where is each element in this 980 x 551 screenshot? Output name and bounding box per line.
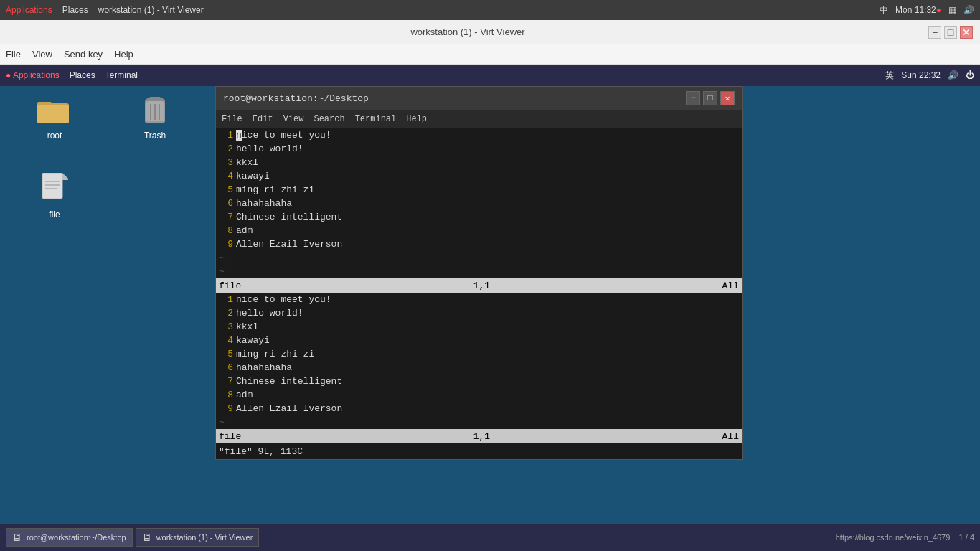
line-number: 5: [216, 183, 236, 197]
virt-titlebar: workstation (1) - Virt Viewer − □ ✕: [0, 20, 980, 44]
guest-topbar: ● Applications Places Terminal 英 Sun 22:…: [0, 65, 980, 86]
guest-topbar-left: ● Applications Places Terminal: [6, 70, 138, 80]
line-number: 8: [216, 224, 236, 237]
guest-topbar-right: 英 Sun 22:32 🔊 ⏻: [885, 70, 974, 82]
tilde: ~: [216, 415, 225, 429]
host-places-label[interactable]: Places: [62, 5, 88, 15]
trash-icon: [138, 93, 172, 128]
virt-close-btn[interactable]: ✕: [960, 26, 973, 39]
term-menu-view[interactable]: View: [283, 114, 304, 124]
tilde: ~: [216, 251, 225, 265]
line-number: 3: [216, 320, 236, 334]
line-number: 3: [216, 156, 236, 169]
desktop-icon-root[interactable]: root: [26, 93, 83, 141]
vim-area: 1nice to meet you!2hello world!3kkxl4kaw…: [216, 128, 742, 459]
virt-maximize-btn[interactable]: □: [944, 26, 957, 39]
term-menu-edit[interactable]: Edit: [253, 114, 273, 124]
line-number: 2: [216, 306, 236, 320]
vim-line: 8adm: [216, 388, 742, 402]
virt-menu-help[interactable]: Help: [114, 49, 133, 60]
terminal-titlebar: root@workstation:~/Desktop − □ ✕: [216, 87, 742, 110]
term-menu-help[interactable]: Help: [406, 114, 427, 124]
line-number: 6: [216, 197, 236, 210]
terminal-close-btn[interactable]: ✕: [720, 91, 735, 105]
line-number: 6: [216, 361, 236, 375]
vim-line: 7Chinese intelligent: [216, 210, 742, 224]
line-content: kkxl: [236, 156, 258, 169]
taskbar-virt-item[interactable]: 🖥 workstation (1) - Virt Viewer: [136, 528, 260, 547]
line-number: 4: [216, 169, 236, 183]
guest-lang: 英: [885, 70, 894, 82]
taskbar-left: 🖥 root@workstation:~/Desktop 🖥 workstati…: [6, 528, 259, 547]
desktop-icon-file-label: file: [49, 209, 60, 220]
taskbar-terminal-item[interactable]: 🖥 root@workstation:~/Desktop: [6, 528, 133, 547]
virt-menu-file[interactable]: File: [6, 49, 21, 60]
guest-time: Sun 22:32: [901, 70, 941, 80]
line-number: 5: [216, 347, 236, 361]
file-icon: [37, 172, 72, 207]
guest-places-label[interactable]: Places: [70, 70, 95, 80]
folder-icon: [37, 93, 72, 128]
guest-app-label[interactable]: ● Applications: [6, 70, 60, 80]
desktop-icon-file[interactable]: file: [26, 172, 83, 220]
vim-line: 3kkxl: [216, 320, 742, 334]
vim-cursor: n: [236, 130, 242, 141]
vim-bottom-view: All: [722, 430, 739, 443]
vim-cmdline: "file" 9L, 113C: [216, 443, 742, 459]
vim-line: 1nice to meet you!: [216, 128, 742, 142]
vim-line: 2hello world!: [216, 306, 742, 320]
line-content: Chinese intelligent: [236, 210, 342, 224]
vim-top-position: 1,1: [473, 279, 490, 293]
vim-line: 6hahahahaha: [216, 197, 742, 210]
host-network-icon: ▦: [948, 5, 956, 15]
line-number: 9: [216, 237, 236, 251]
line-content: Allen Ezail Iverson: [236, 402, 342, 415]
host-app-label[interactable]: Applications: [6, 5, 52, 15]
vim-line: 1nice to meet you!: [216, 293, 742, 306]
line-content: nice to meet you!: [236, 293, 331, 306]
vim-line: 3kkxl: [216, 156, 742, 169]
virt-minimize-btn[interactable]: −: [928, 26, 941, 39]
term-menu-terminal[interactable]: Terminal: [355, 114, 397, 124]
vim-top-filename: file: [219, 279, 241, 293]
host-topbar-right: 中 Mon 11:32● ▦ 🔊: [880, 4, 974, 17]
taskbar: 🖥 root@workstation:~/Desktop 🖥 workstati…: [0, 524, 980, 551]
desktop-icon-trash-label: Trash: [144, 131, 166, 141]
guest-power-icon[interactable]: ⏻: [966, 70, 974, 80]
line-number: 9: [216, 402, 236, 415]
vim-tilde-line: ~: [216, 415, 742, 429]
virt-menu-view[interactable]: View: [32, 49, 52, 60]
line-content: adm: [236, 224, 253, 237]
term-menu-search[interactable]: Search: [314, 114, 344, 124]
virt-title: workstation (1) - Virt Viewer: [410, 27, 524, 37]
line-number: 1: [216, 128, 236, 142]
host-window-title: workstation (1) - Virt Viewer: [98, 5, 204, 15]
virt-menubar: File View Send key Help: [0, 44, 980, 65]
line-content: kawayi: [236, 169, 270, 183]
vim-line: 2hello world!: [216, 142, 742, 156]
vim-tilde-line: ~: [216, 251, 742, 265]
taskbar-virt-label: workstation (1) - Virt Viewer: [156, 533, 253, 542]
virt-menu-send-key[interactable]: Send key: [64, 49, 103, 60]
host-time: Mon 11:32●: [895, 5, 941, 15]
line-number: 4: [216, 334, 236, 347]
desktop-icon-trash[interactable]: Trash: [126, 93, 184, 141]
vim-line: 9Allen Ezail Iverson: [216, 402, 742, 415]
vim-bottom-pane: 1nice to meet you!2hello world!3kkxl4kaw…: [216, 293, 742, 429]
host-topbar-left: Applications Places workstation (1) - Vi…: [6, 5, 204, 15]
terminal-minimize-btn[interactable]: −: [686, 91, 700, 105]
desktop: root Trash: [0, 86, 980, 524]
virt-titlebar-buttons: − □ ✕: [928, 26, 973, 39]
line-content: hahahahaha: [236, 197, 292, 210]
terminal-maximize-btn[interactable]: □: [703, 91, 717, 105]
vim-top-pane: 1nice to meet you!2hello world!3kkxl4kaw…: [216, 128, 742, 278]
svg-rect-10: [42, 173, 62, 199]
svg-rect-9: [149, 97, 161, 101]
term-menu-file[interactable]: File: [222, 114, 242, 124]
guest-terminal-label[interactable]: Terminal: [105, 70, 138, 80]
terminal-window: root@workstation:~/Desktop − □ ✕ File Ed…: [215, 86, 743, 460]
guest-sound-icon[interactable]: 🔊: [948, 70, 958, 80]
host-sound-icon: 🔊: [963, 5, 974, 15]
line-content: hello world!: [236, 306, 303, 320]
vim-top-statusbar: file 1,1 All: [216, 278, 742, 293]
